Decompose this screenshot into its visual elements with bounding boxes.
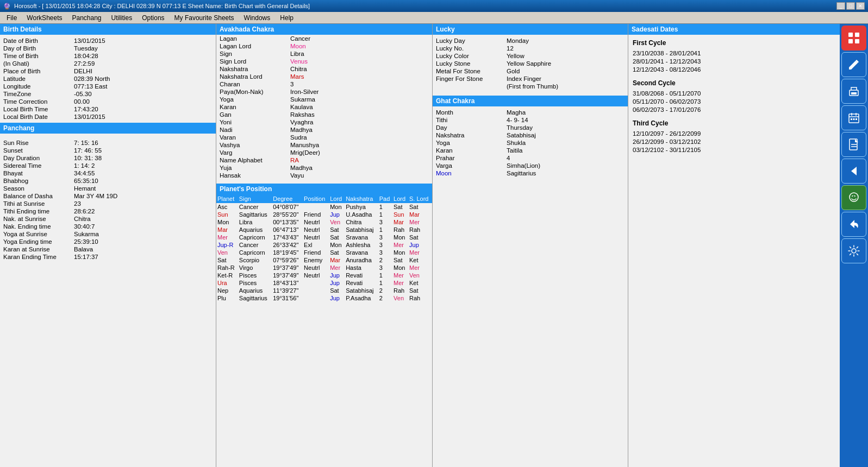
label-sun-rise: Sun Rise [3,140,74,146]
second-cycle-date-3: 06/02/2073 - 17/01/2076 [633,106,835,113]
padlord-ura: Mer [392,279,408,287]
slord-plu: Rah [408,294,432,302]
value-ghat-nakshatra: Satabhisaj [507,132,536,138]
pad-asc: 1 [378,203,392,211]
degree-plu: 19°31'56" [272,294,303,302]
value-sign: Libra [290,51,304,57]
planet-rah: Rah-R [216,264,238,272]
settings2-button[interactable] [841,238,866,263]
slord-mar: Rah [408,226,432,234]
minimize-button[interactable]: _ [836,2,845,10]
label-latitude: Latitude [3,75,74,82]
whatsapp-button[interactable] [841,185,866,210]
share-button[interactable] [841,212,866,237]
row-bhayat: Bhayat 34:4:55 [0,169,216,177]
pos-sun: Friend [303,211,329,218]
menu-options[interactable]: Options [138,13,168,23]
label-paya: Paya(Mon-Nak) [220,89,290,95]
value-karan-sunrise: Balava [74,246,93,253]
slord-jup: Jup [408,241,432,249]
label-finger-note [436,83,507,90]
row-charan: Charan 3 [216,80,432,88]
lord-ket: Jup [329,272,345,279]
pos-ura [303,279,329,287]
first-cycle-date-2: 28/01/2041 - 12/12/2043 [633,58,835,65]
print-button[interactable] [841,79,866,104]
lord-jup: Mon [329,241,345,249]
app-wrapper: 🔮 Horosoft - [ 13/01/2015 18:04:28 City … [0,0,868,467]
lord-mer: Sat [329,234,345,241]
close-button[interactable]: ✕ [856,2,865,10]
tools-button[interactable] [841,26,866,51]
menu-windows[interactable]: Windows [240,13,275,23]
row-local-birth-date: Local Birth Date 13/01/2015 [0,113,216,121]
padlord-jup: Mer [392,241,408,249]
row-in-ghati: (In Ghati) 27:2:59 [0,60,216,67]
row-latitude: Latitude 028:39 North [0,75,216,83]
value-moon-ghat: Sagittarius [507,170,536,176]
degree-rah: 19°37'49" [272,264,303,272]
menu-help[interactable]: Help [276,13,298,23]
menu-worksheets[interactable]: WorkSheets [22,13,66,23]
col2-panel: Avakhada Chakra Lagan Cancer Lagan Lord … [216,24,433,467]
nak-sun: U.Asadha [345,211,378,218]
svg-rect-11 [851,118,852,120]
menu-favourites[interactable]: My Favourite Sheets [170,13,239,23]
lord-nep: Sat [329,287,345,294]
padlord-rah: Mon [392,264,408,272]
value-charan: 3 [290,81,294,87]
back-button[interactable] [841,159,866,184]
pos-mon: Neutrl [303,218,329,226]
second-cycle-label: Second Cycle [633,79,835,87]
label-hansak: Hansak [220,172,290,179]
value-longitude: 077:13 East [74,83,107,90]
col-sign: Sign [238,194,272,203]
row-season: Season Hemant [0,185,216,192]
menu-panchang[interactable]: Panchang [67,13,105,23]
pad-ven: 3 [378,249,392,256]
nak-rah: Hasta [345,264,378,272]
edit-button[interactable] [841,52,866,77]
ghat-header: Ghat Chakra [433,96,628,106]
row-finger-note: (First from Thumb) [433,83,628,90]
value-lucky-no: 12 [507,45,514,52]
planet-mer: Mer [216,234,238,241]
label-ghat-nakshatra: Nakshatra [436,132,507,138]
row-bhabhog: Bhabhog 65:35:10 [0,177,216,185]
first-cycle-date-1: 23/10/2038 - 28/01/2041 [633,50,835,56]
row-karan: Karan Kaulava [216,103,432,111]
sign-ura: Pisces [238,279,272,287]
calendar-button[interactable] [841,105,866,130]
label-lagan: Lagan [220,35,290,42]
value-lucky-stone: Yellow Sapphire [507,60,551,67]
nak-ket: Revati [345,272,378,279]
app-logo: 🔮 [3,3,11,10]
nak-mon: Chitra [345,218,378,226]
planet-sat: Sat [216,256,238,264]
doc-button[interactable] [841,132,866,157]
svg-marker-17 [851,167,857,175]
planet-ven: Ven [216,249,238,256]
value-sunset: 17: 46: 55 [74,147,102,154]
value-latitude: 028:39 North [74,75,110,82]
sign-ven: Capricorn [238,249,272,256]
row-local-birth-time: Local Birth Time 17:43:20 [0,105,216,113]
row-tithi: Tithi 4- 9- 14 [433,116,628,124]
menu-file[interactable]: File [2,13,21,23]
row-lucky-color: Lucky Color Yellow [433,52,628,60]
menu-utilities[interactable]: Utilities [107,13,137,23]
slord-ven: Mer [408,249,432,256]
value-name-alphabet: RA [290,157,299,163]
value-karan-ending: 15:17:37 [74,254,98,260]
maximize-button[interactable]: □ [846,2,855,10]
label-sign: Sign [220,51,290,57]
value-paya: Iron-Silver [290,89,319,95]
row-tithi-ending: Tithi Ending time 28:6:22 [0,207,216,215]
table-row: Asc Cancer 04°08'07" Mon Pushya 1 Sat Sa… [216,203,432,211]
table-row: Nep Aquarius 11°39'27" Sat Satabhisaj 2 … [216,287,432,294]
col-planet: Planet [216,194,238,203]
value-nakshatra-lord: Mars [290,73,304,80]
title-text: Horosoft - [ 13/01/2015 18:04:28 City : … [14,3,310,9]
label-sidereal-time: Sidereal Time [3,162,74,169]
sign-sun: Sagittarius [238,211,272,218]
